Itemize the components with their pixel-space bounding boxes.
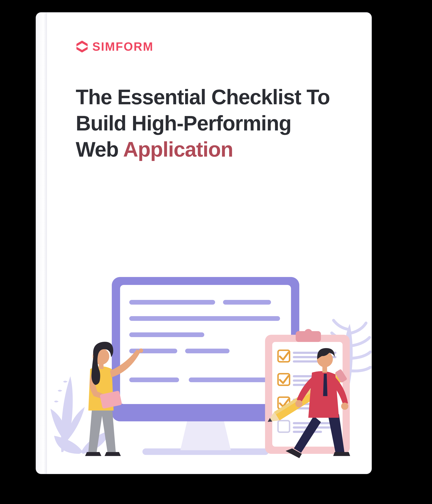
svg-marker-0 [76,41,88,46]
ebook-cover: SIMFORM The Essential Checklist To Build… [36,13,371,474]
book-spine [36,13,47,474]
svg-marker-42 [323,374,327,396]
brand-logo: SIMFORM [76,40,346,54]
brand-logo-text: SIMFORM [92,40,154,54]
title-line-1: The Essential Checklist To [76,85,330,109]
title-line-2: Build High-Performing [76,111,291,135]
svg-point-34 [139,349,143,353]
cover-page: SIMFORM The Essential Checklist To Build… [47,13,371,474]
title-line-3a: Web [76,138,123,161]
title-line-3b: Application [123,138,233,161]
svg-point-43 [295,400,302,407]
svg-point-44 [341,403,348,410]
cover-title: The Essential Checklist To Build High-Pe… [76,84,346,162]
svg-point-16 [304,329,312,337]
brand-logo-icon [76,40,88,53]
cover-illustration [47,264,371,474]
svg-marker-1 [76,47,88,53]
